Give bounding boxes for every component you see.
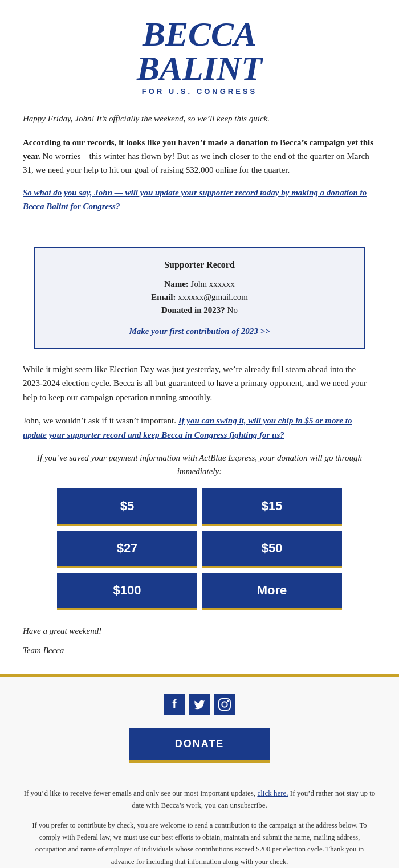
body-paragraph3-start: John, we wouldn’t ask if it wasn’t impor… (23, 416, 176, 425)
twitter-icon[interactable] (189, 694, 210, 715)
donation-button-27[interactable]: $27 (57, 531, 197, 568)
body-paragraph1-rest: No worries – this winter has flown by! B… (23, 152, 369, 174)
name-value-text: John xxxxxx (191, 279, 235, 288)
body-paragraph3: John, we wouldn’t ask if it wasn’t impor… (23, 414, 376, 442)
cta-link[interactable]: So what do you say, John — will you upda… (23, 188, 367, 211)
supporter-donated-line: Donated in 2023? No (52, 305, 347, 315)
supporter-email-line: Email: xxxxxx@gmail.com (52, 292, 347, 302)
footer-legal-text1: If you’d like to receive fewer emails an… (23, 788, 376, 812)
supporter-name-line: Name: John xxxxxx (52, 279, 347, 289)
supporter-record-title: Supporter Record (52, 260, 347, 270)
email-container: BECCA BALINT FOR U.S. CONGRESS Happy Fri… (0, 0, 399, 868)
donation-button-5[interactable]: $5 (57, 488, 197, 526)
logo-line2: BALINT (23, 51, 376, 85)
closing-line1: Have a great weekend! (23, 624, 376, 638)
body-section-2: While it might seem like Election Day wa… (0, 362, 399, 405)
body-paragraph2: While it might seem like Election Day wa… (23, 362, 376, 405)
donation-button-more[interactable]: More (202, 573, 342, 610)
main-content: Happy Friday, John! It’s officially the … (0, 107, 399, 234)
instagram-icon[interactable] (214, 694, 235, 715)
logo-line1: BECCA (23, 17, 376, 51)
footer: f DONATE If you’d like to receive fewer … (0, 677, 399, 868)
logo-container: BECCA BALINT FOR U.S. CONGRESS (23, 17, 376, 95)
footer-legal-text3: If you prefer to contribute by check, yo… (23, 820, 376, 868)
supporter-record-box: Supporter Record Name: John xxxxxx Email… (34, 247, 365, 349)
body-section-3: John, we wouldn’t ask if it wasn’t impor… (0, 414, 399, 442)
email-value-text: xxxxxx@gmail.com (178, 292, 248, 301)
donate-button[interactable]: DONATE (129, 728, 270, 763)
donated-label: Donated in 2023? (161, 305, 225, 315)
greeting-text: Happy Friday, John! It’s officially the … (23, 112, 376, 125)
donation-button-15[interactable]: $15 (202, 488, 342, 526)
donation-button-50[interactable]: $50 (202, 531, 342, 568)
closing-section: Have a great weekend! Team Becca (0, 624, 399, 657)
donation-button-100[interactable]: $100 (57, 573, 197, 610)
name-label: Name: (164, 279, 188, 288)
fewer-emails-link[interactable]: click here. (257, 789, 288, 797)
closing-line2: Team Becca (23, 643, 376, 657)
email-label: Email: (151, 292, 176, 301)
donated-value-text: No (227, 305, 238, 315)
first-contribution-link[interactable]: Make your first contribution of 2023 >> (129, 327, 270, 336)
actblue-text: If you’ve saved your payment information… (0, 451, 399, 478)
body-paragraph1: According to our records, it looks like … (23, 136, 376, 177)
logo-sub: FOR U.S. CONGRESS (23, 88, 376, 95)
social-icons-row: f (23, 694, 376, 715)
donation-grid: $5 $15 $27 $50 $100 More (57, 488, 342, 610)
facebook-icon[interactable]: f (164, 694, 185, 715)
header: BECCA BALINT FOR U.S. CONGRESS (0, 0, 399, 107)
cta-text[interactable]: So what do you say, John — will you upda… (23, 186, 376, 213)
